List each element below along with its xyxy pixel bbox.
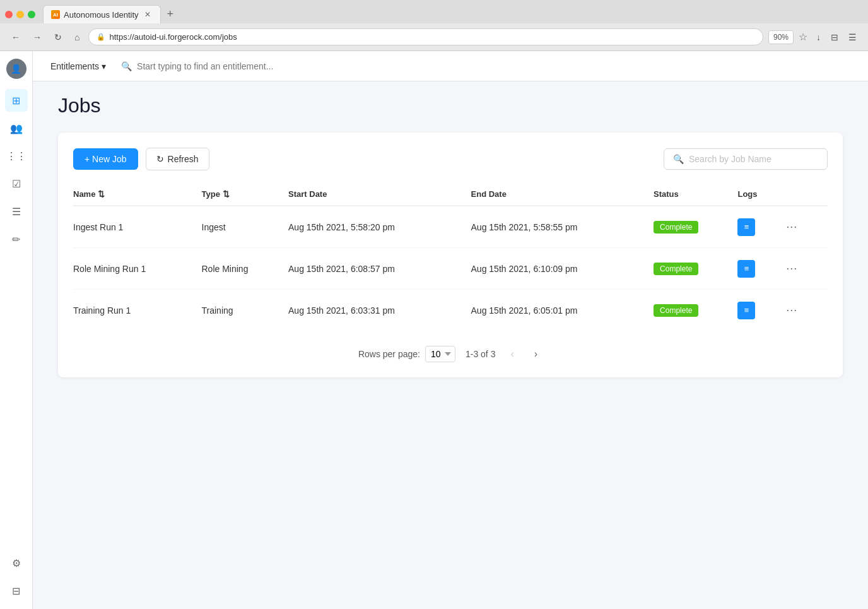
row-start-date: Aug 15th 2021, 5:58:20 pm	[288, 206, 471, 248]
zoom-level[interactable]: 90%	[768, 30, 794, 44]
type-sort[interactable]: Type ⇅	[202, 189, 281, 199]
type-sort-icon: ⇅	[223, 189, 230, 199]
active-tab[interactable]: AI Autonomous Identity ✕	[43, 5, 161, 23]
minimize-button[interactable]	[16, 11, 24, 18]
sidebar: 👤 ⊞ 👥 ⋮⋮ ☑ ☰ ✏ ⚙ ⊟	[0, 51, 33, 609]
col-actions	[781, 183, 828, 206]
tab-bar: AI Autonomous Identity ✕ +	[0, 0, 868, 23]
sidebar-item-dashboard[interactable]: ⊞	[5, 89, 28, 112]
name-col-label: Name	[73, 189, 95, 199]
col-status: Status	[654, 183, 737, 206]
sidebar-item-settings[interactable]: ⚙	[5, 552, 28, 574]
jobs-card: + New Job ↻ Refresh 🔍 Name	[58, 133, 843, 377]
sidebar-item-list[interactable]: ☰	[5, 200, 28, 223]
tasks-icon: ☑	[12, 178, 21, 190]
users-icon: 👥	[10, 122, 23, 134]
row-status: Complete	[654, 206, 737, 248]
more-actions-button[interactable]: ···	[781, 218, 802, 236]
job-search-box[interactable]: 🔍	[664, 148, 828, 170]
reload-button[interactable]: ↻	[50, 30, 66, 45]
sidebar-item-grid[interactable]: ⋮⋮	[5, 145, 28, 167]
back-button[interactable]: ←	[8, 30, 24, 45]
sidebar-item-tasks[interactable]: ☑	[5, 172, 28, 195]
bookmark-icon[interactable]: ☆	[799, 31, 807, 43]
tab-title: Autonomous Identity	[64, 10, 139, 20]
browser-toolbar: ↓ ⊟ ☰	[812, 30, 860, 45]
refresh-button[interactable]: ↻ Refresh	[146, 148, 209, 170]
avatar[interactable]: 👤	[6, 59, 26, 79]
more-actions-button[interactable]: ···	[781, 259, 802, 278]
table-row: Ingest Run 1 Ingest Aug 15th 2021, 5:58:…	[73, 206, 828, 248]
main-content: Entitlements ▾ 🔍 Jobs + New Job ↻ Refres…	[33, 51, 868, 609]
row-logs[interactable]: ≡	[737, 290, 781, 331]
col-end-date: End Date	[471, 183, 654, 206]
sidebar-item-users[interactable]: 👥	[5, 117, 28, 139]
row-start-date: Aug 15th 2021, 6:03:31 pm	[288, 290, 471, 331]
dashboard-icon: ⊞	[12, 95, 20, 107]
entitlements-label: Entitlements	[50, 61, 99, 71]
more-actions-button[interactable]: ···	[781, 301, 802, 319]
row-more[interactable]: ···	[781, 206, 828, 248]
row-logs[interactable]: ≡	[737, 248, 781, 290]
jobs-table: Name ⇅ Type ⇅ Start Date End Date	[73, 183, 828, 331]
window-controls	[5, 11, 35, 18]
menu-icon[interactable]: ☰	[845, 30, 860, 45]
grid-icon: ⋮⋮	[6, 150, 26, 162]
job-search-icon: 🔍	[673, 154, 684, 164]
entitlements-search-input[interactable]	[137, 61, 326, 71]
list-icon: ☰	[12, 206, 21, 218]
rows-per-page: Rows per page: 5 10 25 50	[358, 346, 455, 362]
sidebar-item-panels[interactable]: ⊟	[5, 579, 28, 602]
bookmarks-icon[interactable]: ⊟	[827, 30, 842, 45]
downloads-icon[interactable]: ↓	[812, 30, 824, 45]
jobs-toolbar: + New Job ↻ Refresh 🔍	[73, 148, 828, 170]
table-row: Role Mining Run 1 Role Mining Aug 15th 2…	[73, 248, 828, 290]
entitlements-dropdown[interactable]: Entitlements ▾	[45, 57, 111, 75]
table-header: Name ⇅ Type ⇅ Start Date End Date	[73, 183, 828, 206]
col-type: Type ⇅	[202, 183, 289, 206]
refresh-label: Refresh	[168, 154, 199, 164]
top-nav: Entitlements ▾ 🔍	[33, 51, 868, 81]
row-status: Complete	[654, 290, 737, 331]
row-name: Training Run 1	[73, 290, 202, 331]
name-sort[interactable]: Name ⇅	[73, 189, 194, 199]
tab-close-button[interactable]: ✕	[143, 9, 153, 20]
url-text: https://autoid-ui.forgerock.com/jobs	[109, 32, 237, 42]
row-end-date: Aug 15th 2021, 6:10:09 pm	[471, 248, 654, 290]
row-more[interactable]: ···	[781, 290, 828, 331]
close-button[interactable]	[5, 11, 13, 18]
jobs-table-body: Ingest Run 1 Ingest Aug 15th 2021, 5:58:…	[73, 206, 828, 331]
search-icon: 🔍	[121, 61, 132, 71]
new-tab-button[interactable]: +	[163, 8, 178, 21]
refresh-icon: ↻	[156, 154, 164, 164]
forward-button[interactable]: →	[29, 30, 45, 45]
page-title: Jobs	[58, 94, 843, 117]
url-bar[interactable]: 🔒 https://autoid-ui.forgerock.com/jobs	[88, 28, 763, 45]
row-more[interactable]: ···	[781, 248, 828, 290]
pagination: Rows per page: 5 10 25 50 1-3 of 3 ‹ ›	[73, 341, 828, 362]
prev-page-button[interactable]: ‹	[505, 346, 519, 362]
job-search-input[interactable]	[689, 154, 818, 164]
new-job-button[interactable]: + New Job	[73, 148, 138, 170]
row-type: Training	[202, 290, 289, 331]
next-page-button[interactable]: ›	[529, 346, 542, 362]
logs-button[interactable]: ≡	[737, 218, 755, 236]
status-badge: Complete	[654, 263, 698, 275]
settings-icon: ⚙	[12, 557, 21, 569]
col-name: Name ⇅	[73, 183, 202, 206]
row-logs[interactable]: ≡	[737, 206, 781, 248]
page-info: 1-3 of 3	[466, 349, 495, 359]
home-button[interactable]: ⌂	[71, 30, 83, 45]
logs-button[interactable]: ≡	[737, 302, 755, 319]
col-logs: Logs	[737, 183, 781, 206]
entitlements-search[interactable]: 🔍	[121, 61, 855, 71]
browser-chrome: AI Autonomous Identity ✕ + ← → ↻ ⌂ 🔒 htt…	[0, 0, 868, 51]
tab-favicon: AI	[51, 10, 60, 19]
logs-button[interactable]: ≡	[737, 260, 755, 278]
sidebar-item-tools[interactable]: ✏	[5, 228, 28, 251]
status-badge: Complete	[654, 221, 698, 234]
rows-per-page-select[interactable]: 5 10 25 50	[425, 346, 455, 362]
maximize-button[interactable]	[28, 11, 35, 18]
panels-icon: ⊟	[12, 585, 20, 597]
sort-icon: ⇅	[98, 189, 105, 199]
